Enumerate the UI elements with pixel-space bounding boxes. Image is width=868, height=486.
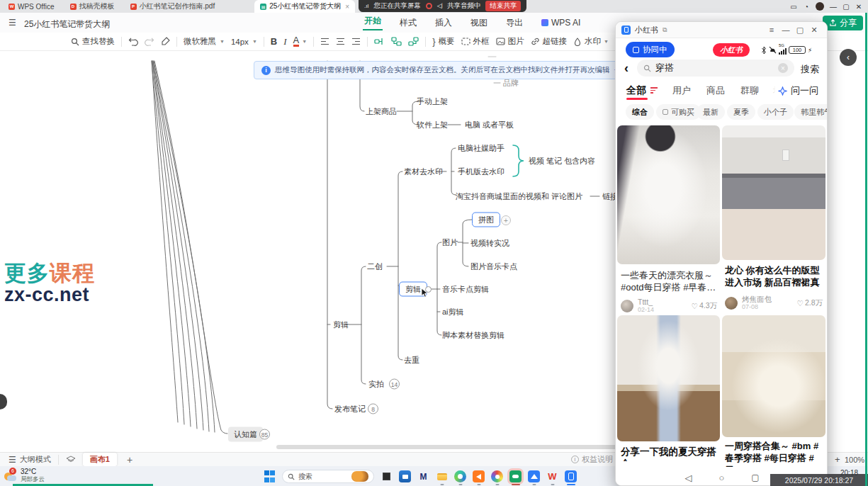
phone-window-titlebar[interactable]: 小红书 ⧉ ≡ — ▢ ✕ <box>616 22 827 38</box>
menu-wps-ai[interactable]: WPS AI <box>540 18 582 28</box>
clear-search-icon[interactable]: × <box>778 63 788 73</box>
post-image[interactable] <box>722 125 825 260</box>
redo-button[interactable] <box>145 37 154 46</box>
menu-start[interactable]: 开始 <box>363 15 383 30</box>
edge-browser-icon[interactable] <box>454 470 466 482</box>
mindmap-summary-video-note[interactable]: 视频 笔记 包含内容 <box>529 156 595 166</box>
font-size-select[interactable]: 14px▼ <box>231 38 257 46</box>
node-count-badge[interactable]: 14 <box>389 379 400 390</box>
chip-korean-style[interactable]: 韩里韩气 <box>794 104 828 120</box>
filter-icon[interactable] <box>650 87 658 94</box>
weather-widget[interactable]: 6 32°C 局部多云 <box>3 468 45 482</box>
tab-all[interactable]: 全部 <box>626 84 646 97</box>
add-node-icon[interactable]: + <box>501 215 511 225</box>
zoom-level[interactable]: 100% <box>845 456 864 464</box>
maximize-icon[interactable]: ▢ <box>840 3 852 11</box>
post-image[interactable] <box>722 315 825 437</box>
chip-petite[interactable]: 小个子 <box>757 104 794 120</box>
chip-newest[interactable]: 最新 <box>697 104 725 120</box>
find-replace-button[interactable]: 查找替换 <box>71 36 115 47</box>
post-image[interactable] <box>617 125 720 264</box>
mindmap-node-music-beat-edit[interactable]: 音乐卡点剪辑 <box>442 284 489 295</box>
share-button[interactable]: 分享 <box>823 16 863 30</box>
close-icon[interactable]: ✕ <box>807 26 821 35</box>
collapse-panel-handle[interactable]: ‹ <box>840 49 857 66</box>
avatar[interactable] <box>816 2 824 11</box>
mindmap-node-edit-parent[interactable]: 剪辑 <box>333 320 349 330</box>
bold-button[interactable]: B <box>271 36 277 47</box>
avatar[interactable] <box>725 297 738 310</box>
microsoft-store-icon[interactable] <box>399 470 411 482</box>
insert-child-node-button[interactable] <box>391 37 402 46</box>
tab-goods[interactable]: 商品 <box>706 84 725 97</box>
post-caption[interactable]: 一些春天的漂亮衣服～ #ootd每日穿搭 #早春… <box>621 269 717 293</box>
post-image[interactable] <box>617 315 720 441</box>
mindmap-node-remove-watermark[interactable]: 素材去水印 <box>404 166 443 177</box>
outer-frame-button[interactable]: 外框 <box>461 36 490 47</box>
chip-summer[interactable]: 夏季 <box>727 104 755 120</box>
duplicate-window-icon[interactable]: ⧉ <box>663 26 667 34</box>
file-explorer-icon[interactable] <box>436 470 448 482</box>
mindmap-node-ai-edit[interactable]: ai剪辑 <box>442 307 464 317</box>
mindmap-node-cognition[interactable]: 认知篇 <box>228 427 263 442</box>
tab-pdf-guide[interactable]: P 小红书笔记创作指南.pdf <box>125 0 221 13</box>
mindmap-node-dedupe[interactable]: 去重 <box>404 355 419 366</box>
zoom-in-icon[interactable]: + <box>835 454 840 465</box>
ask-tab[interactable]: 问一问 <box>765 82 825 99</box>
insert-image-button[interactable]: 图片 <box>496 36 524 47</box>
menu-insert[interactable]: 插入 <box>434 17 453 29</box>
canvas-tab-1[interactable]: 画布1 <box>83 453 117 466</box>
restore-layout-icon[interactable]: ▭ <box>787 3 800 11</box>
menu-view[interactable]: 视图 <box>469 17 489 29</box>
mindmap-node-manual-list[interactable]: 手动上架 <box>417 96 448 107</box>
mindmap-node-picture[interactable]: 图片 <box>442 237 458 248</box>
mindmap-node-mobile-remove-watermark[interactable]: 手机版去水印 <box>458 166 505 177</box>
globe-icon[interactable]: ◔ <box>800 3 813 11</box>
post-author-row[interactable]: Tttt_ 02-14 ♡4.3万 <box>621 298 717 313</box>
mindmap-node-script-replace-edit[interactable]: 脚本素材替换剪辑 <box>442 330 505 341</box>
mindmap-node-list-product[interactable]: 上架商品 <box>366 106 397 117</box>
post-caption[interactable]: 分享一下我的夏天穿搭合 <box>621 446 717 461</box>
m-app-icon[interactable]: M <box>417 470 429 482</box>
mindmap-node-software-list[interactable]: 软件上架 <box>417 120 448 130</box>
layers-icon[interactable] <box>66 456 76 464</box>
nav-recents-icon[interactable]: ▢ <box>751 473 759 482</box>
align-center-button[interactable] <box>336 38 345 45</box>
photos-app-icon[interactable] <box>491 470 503 482</box>
font-family-select[interactable]: 微软雅黑▼ <box>184 36 225 47</box>
close-icon[interactable]: ✕ <box>852 3 865 11</box>
minimize-icon[interactable]: — <box>779 26 793 35</box>
tab-groups[interactable]: 群聊 <box>740 84 759 97</box>
menu-style[interactable]: 样式 <box>398 17 418 29</box>
summary-button[interactable]: }概要 <box>432 36 454 47</box>
post-author-row[interactable]: 烤焦面包 07-08 ♡2.8万 <box>725 295 823 310</box>
likes[interactable]: ♡2.8万 <box>796 298 823 308</box>
mindmap-node-taobao-douyin[interactable]: 淘宝抖音商城里面的视频和 评论图片 <box>456 191 582 202</box>
tab-users[interactable]: 用户 <box>672 84 691 97</box>
search-submit-button[interactable]: 搜索 <box>801 63 819 76</box>
mindmap-node-real-shoot[interactable]: 实拍 <box>368 379 384 390</box>
taskbar-search-box[interactable]: 搜索 <box>282 470 374 483</box>
menu-export[interactable]: 导出 <box>505 17 524 29</box>
undo-button[interactable] <box>128 37 138 46</box>
mindmap-node-collage-selected[interactable]: 拼图 <box>472 213 500 227</box>
avatar[interactable] <box>621 300 633 312</box>
mindmap-node-video-to-live[interactable]: 视频转实况 <box>470 238 509 249</box>
phone-mirror-icon[interactable] <box>565 470 577 482</box>
likes[interactable]: ♡4.3万 <box>691 301 717 311</box>
search-input[interactable]: 穿搭 × <box>637 60 794 77</box>
format-painter-button[interactable] <box>161 37 170 46</box>
align-left-button[interactable] <box>320 38 329 45</box>
post-caption[interactable]: 一周穿搭合集～ #bm #春季穿搭 #每日穿搭 #日… <box>725 440 824 467</box>
orange-app-icon[interactable] <box>473 470 485 482</box>
mountain-app-icon[interactable] <box>528 470 540 482</box>
add-canvas-icon[interactable]: + <box>127 454 133 465</box>
close-tab-icon[interactable]: × <box>345 3 349 11</box>
post-caption[interactable]: 龙心 你有这么牛的版型进入市场 新品百褶裙真的… <box>725 264 824 290</box>
outline-mode-button[interactable]: 大纲模式 <box>20 454 51 465</box>
nav-back-icon[interactable]: ◁ <box>684 473 692 483</box>
task-view-icon[interactable] <box>381 470 393 482</box>
wps-office-icon[interactable]: W <box>546 470 558 482</box>
mindmap-node-publish-note[interactable]: 发布笔记 <box>334 404 366 414</box>
hamburger-menu-icon[interactable]: ☰ <box>9 18 16 28</box>
